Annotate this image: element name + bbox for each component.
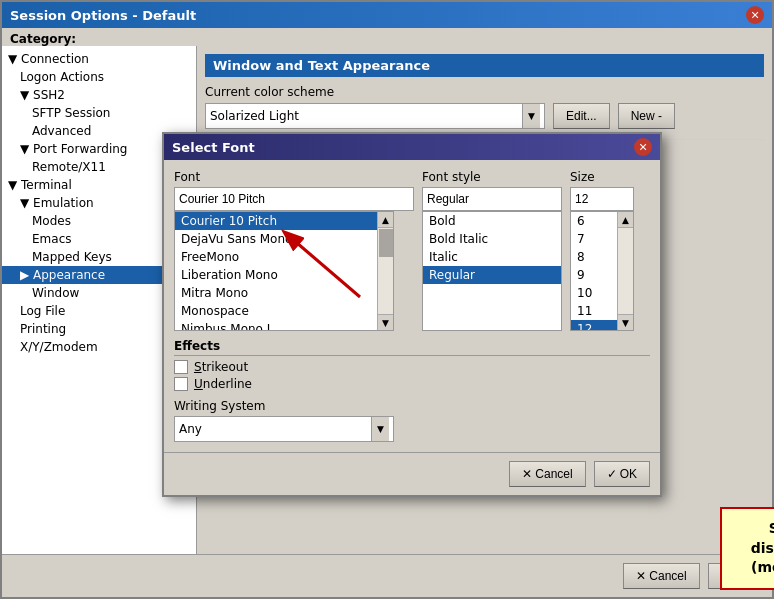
underline-label: Underline — [194, 377, 252, 391]
window-close-button[interactable]: ✕ — [746, 6, 764, 24]
writing-system-section: Writing System Any ▼ — [174, 399, 650, 442]
underline-checkbox[interactable] — [174, 377, 188, 391]
color-scheme-row: Solarized Light ▼ Edit... New - — [205, 103, 764, 129]
color-scheme-combo[interactable]: Solarized Light ▼ — [205, 103, 545, 129]
size-label: Size — [570, 170, 650, 184]
sidebar-item-logon-actions[interactable]: Logon Actions — [2, 68, 196, 86]
writing-system-arrow[interactable]: ▼ — [371, 417, 389, 441]
effects-section: Effects Strikeout Underline — [174, 339, 650, 391]
font-cancel-label: Cancel — [535, 467, 572, 481]
writing-system-value: Any — [179, 422, 371, 436]
writing-system-label: Writing System — [174, 399, 650, 413]
style-item-bold[interactable]: Bold — [423, 212, 561, 230]
underline-row: Underline — [174, 377, 650, 391]
style-input[interactable] — [422, 187, 562, 211]
font-scroll-up[interactable]: ▲ — [378, 212, 393, 228]
size-input[interactable] — [570, 187, 634, 211]
cancel-label: Cancel — [649, 569, 686, 583]
style-list: Bold Bold Italic Italic Regular — [422, 211, 562, 331]
font-dialog-buttons: ✕ Cancel ✓ OK — [164, 452, 660, 495]
style-item-bold-italic[interactable]: Bold Italic — [423, 230, 561, 248]
title-bar: Session Options - Default ✕ — [2, 2, 772, 28]
size-column: Size 6 7 8 9 10 11 12 14 ▲ — [570, 170, 650, 331]
bottom-bar: ✕ Cancel ✓ OK — [2, 554, 772, 597]
callout-arrow — [270, 227, 370, 307]
strikeout-checkbox[interactable] — [174, 360, 188, 374]
font-dialog-cancel-button[interactable]: ✕ Cancel — [509, 461, 585, 487]
callout-text: SecureCRT only displays fixed-width (mon… — [751, 520, 774, 575]
sidebar-item-connection[interactable]: ▼ Connection — [2, 50, 196, 68]
style-label: Font style — [422, 170, 562, 184]
effects-label: Effects — [174, 339, 650, 356]
callout-box: SecureCRT only displays fixed-width (mon… — [720, 507, 774, 590]
font-input[interactable] — [174, 187, 414, 211]
font-dialog-ok-button[interactable]: ✓ OK — [594, 461, 650, 487]
font-dialog-title-text: Select Font — [172, 140, 255, 155]
cancel-icon: ✕ — [636, 569, 646, 583]
sidebar-item-sftp-session[interactable]: SFTP Session — [2, 104, 196, 122]
svg-line-0 — [290, 237, 360, 297]
strikeout-label: Strikeout — [194, 360, 248, 374]
cancel-x-icon: ✕ — [522, 467, 532, 481]
font-dialog-body: Font Courier 10 Pitch DejaVu Sans Mono F… — [164, 160, 660, 452]
font-scroll-down[interactable]: ▼ — [378, 314, 393, 330]
color-scheme-arrow[interactable]: ▼ — [522, 104, 540, 128]
size-scroll-down[interactable]: ▼ — [618, 314, 633, 330]
font-list-item-nimbus[interactable]: Nimbus Mono L — [175, 320, 393, 331]
window-title: Session Options - Default — [10, 8, 196, 23]
color-scheme-value: Solarized Light — [210, 109, 522, 123]
sidebar-item-ssh2[interactable]: ▼ SSH2 — [2, 86, 196, 104]
font-dialog: Select Font ✕ Font Courier 10 Pitch Deja… — [162, 132, 662, 497]
size-scroll-up[interactable]: ▲ — [618, 212, 633, 228]
font-label: Font — [174, 170, 414, 184]
category-label: Category: — [2, 28, 772, 46]
font-ok-label: OK — [620, 467, 637, 481]
style-item-italic[interactable]: Italic — [423, 248, 561, 266]
main-window: Session Options - Default ✕ Category: ▼ … — [0, 0, 774, 599]
strikeout-row: Strikeout — [174, 360, 650, 374]
main-cancel-button[interactable]: ✕ Cancel — [623, 563, 699, 589]
size-list: 6 7 8 9 10 11 12 14 ▲ ▼ — [570, 211, 634, 331]
style-column: Font style Bold Bold Italic Italic Regul… — [422, 170, 562, 331]
writing-system-combo[interactable]: Any ▼ — [174, 416, 394, 442]
ok-check-icon: ✓ — [607, 467, 617, 481]
new-button[interactable]: New - — [618, 103, 675, 129]
section-header: Window and Text Appearance — [205, 54, 764, 77]
edit-button[interactable]: Edit... — [553, 103, 610, 129]
font-columns: Font Courier 10 Pitch DejaVu Sans Mono F… — [174, 170, 650, 331]
font-dialog-close-button[interactable]: ✕ — [634, 138, 652, 156]
font-dialog-title-bar: Select Font ✕ — [164, 134, 660, 160]
color-scheme-label: Current color scheme — [205, 85, 764, 99]
style-item-regular[interactable]: Regular — [423, 266, 561, 284]
